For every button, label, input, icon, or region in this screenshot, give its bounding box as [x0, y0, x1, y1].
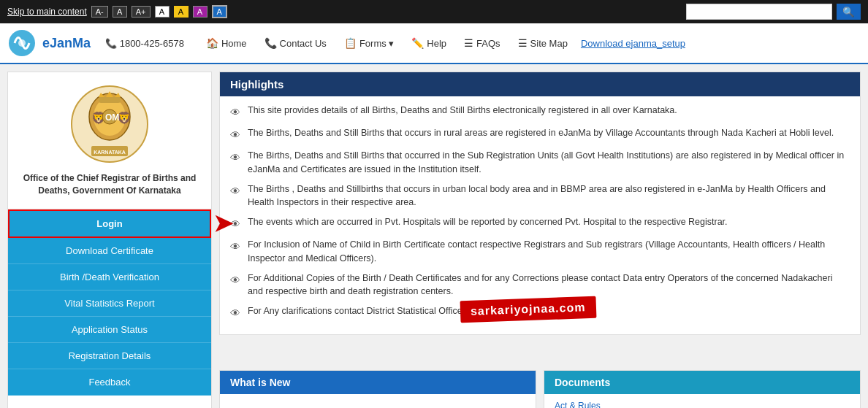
- font-white-btn[interactable]: A: [155, 6, 170, 18]
- highlights-box: Highlights 👁 This site provides details …: [219, 72, 861, 335]
- highlight-item: 👁 The events which are occurred in Pvt. …: [230, 215, 850, 232]
- font-decrease-btn[interactable]: A-: [91, 6, 108, 18]
- download-link[interactable]: Download ejanma_setup: [581, 38, 685, 49]
- svg-text:KARNATAKA: KARNATAKA: [94, 150, 126, 155]
- highlight-item: 👁 For Inclusion of Name of Child in Birt…: [230, 238, 850, 266]
- highlight-item: 👁 For Additional Copies of the Birth / D…: [230, 272, 850, 299]
- font-normal-btn[interactable]: A: [113, 6, 127, 18]
- nav-contact[interactable]: 📞 Contact Us: [257, 34, 334, 52]
- top-bar-left: Skip to main content A- A A+ A A A A: [7, 5, 227, 18]
- login-button[interactable]: Login ➤: [8, 209, 211, 238]
- highlight-item: 👁 This site provides details of all Birt…: [230, 104, 850, 120]
- sidebar-feedback[interactable]: Feedback: [8, 369, 211, 396]
- top-bar-right: 🔍: [686, 4, 861, 20]
- main-content: 🦁 🦁 OM KARNATAKA Office of the Chief Reg…: [0, 64, 868, 408]
- eye-icon-1: 👁: [230, 105, 242, 120]
- contact-icon: 📞: [264, 37, 277, 49]
- help-icon: ✏️: [411, 37, 424, 49]
- search-icon: 🔍: [842, 7, 855, 18]
- nav-bar: eJanMa 📞 1800-425-6578 🏠 Home 📞 Contact …: [0, 23, 868, 64]
- sidebar-download-cert[interactable]: Download Certificate: [8, 238, 211, 264]
- phone-icon: 📞: [105, 38, 117, 49]
- sidebar-menu: Login ➤ Download Certificate Birth /Deat…: [8, 209, 211, 396]
- eye-icon-2: 👁: [230, 128, 242, 143]
- font-blue-btn[interactable]: A: [212, 5, 227, 18]
- eye-icon-6: 👁: [230, 239, 242, 255]
- eye-icon-7: 👁: [230, 273, 242, 288]
- svg-text:OM: OM: [105, 112, 119, 123]
- font-yellow-btn[interactable]: A: [174, 6, 189, 18]
- phone-number: 📞 1800-425-6578: [105, 38, 184, 49]
- sitemap-icon: ☰: [518, 37, 528, 49]
- right-content: Highlights 👁 This site provides details …: [219, 72, 861, 408]
- svg-point-1: [18, 39, 26, 47]
- eye-icon-8: 👁: [230, 306, 242, 321]
- nav-faqs[interactable]: ☰ FAQs: [457, 34, 508, 52]
- karnataka-emblem: 🦁 🦁 OM KARNATAKA: [69, 84, 150, 164]
- sidebar-vital-stats[interactable]: Vital Statistics Report: [8, 290, 211, 317]
- arrow-indicator: ➤: [213, 209, 233, 237]
- svg-rect-5: [99, 97, 121, 103]
- documents-body: Act & Rules: [544, 394, 860, 408]
- documents-header: Documents: [544, 371, 860, 394]
- highlight-item: 👁 The Births, Deaths and Still Births th…: [230, 126, 850, 143]
- nav-forms[interactable]: 📋 Forms ▾: [337, 34, 401, 52]
- logo-icon: [7, 28, 37, 58]
- forms-icon: 📋: [344, 37, 357, 49]
- sidebar-app-status[interactable]: Application Status: [8, 317, 211, 343]
- skip-link[interactable]: Skip to main content: [7, 7, 87, 17]
- font-increase-btn[interactable]: A+: [132, 6, 151, 18]
- nav-links: 🏠 Home 📞 Contact Us 📋 Forms ▾ ✏️ Help ☰ …: [199, 34, 861, 52]
- logo-area: eJanMa: [7, 28, 91, 58]
- brand-name: eJanMa: [42, 36, 91, 51]
- eye-icon-3: 👁: [230, 150, 242, 166]
- highlight-item: 👁 The Births, Deaths and Still Births th…: [230, 149, 850, 177]
- search-input[interactable]: [686, 4, 832, 20]
- what-is-new-panel: What is New: [219, 370, 536, 408]
- font-purple-btn[interactable]: A: [193, 6, 208, 18]
- what-is-new-body: [220, 394, 536, 408]
- documents-panel: Documents Act & Rules: [544, 370, 861, 408]
- home-icon: 🏠: [206, 37, 218, 49]
- search-button[interactable]: 🔍: [837, 4, 861, 20]
- sidebar-reg-details[interactable]: Registration Details: [8, 343, 211, 369]
- emblem-area: 🦁 🦁 OM KARNATAKA Office of the Chief Reg…: [8, 72, 211, 209]
- top-bar: Skip to main content A- A A+ A A A A 🔍: [0, 0, 868, 23]
- bottom-panels: What is New Documents Act & Rules: [219, 370, 861, 408]
- nav-home[interactable]: 🏠 Home: [199, 34, 254, 52]
- org-name: Office of the Chief Registrar of Births …: [20, 172, 199, 197]
- highlights-header: Highlights: [220, 72, 860, 96]
- faqs-icon: ☰: [464, 37, 473, 49]
- highlight-item: 👁 The Births , Deaths and Stillbirths th…: [230, 182, 850, 210]
- act-rules-link[interactable]: Act & Rules: [555, 401, 601, 408]
- what-is-new-header: What is New: [220, 371, 536, 394]
- nav-help[interactable]: ✏️ Help: [404, 34, 454, 52]
- nav-sitemap[interactable]: ☰ Site Map: [511, 34, 575, 52]
- eye-icon-4: 👁: [230, 184, 242, 199]
- sidebar: 🦁 🦁 OM KARNATAKA Office of the Chief Reg…: [7, 72, 212, 408]
- sidebar-birth-death-verify[interactable]: Birth /Death Verification: [8, 264, 211, 290]
